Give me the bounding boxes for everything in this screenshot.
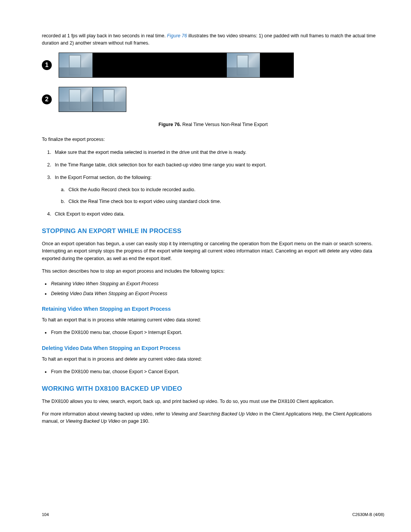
frame-cell	[92, 53, 126, 77]
frame-cell	[193, 53, 226, 77]
video-frame-image	[59, 53, 92, 77]
frame-strip-1	[59, 53, 294, 78]
retain-p: To halt an export that is in process whi…	[42, 316, 384, 324]
figure-link[interactable]: Figure 76	[167, 33, 187, 38]
finalize-steps: Make sure that the export media selected…	[53, 149, 384, 218]
caption-label: Figure 76.	[159, 122, 181, 127]
page-footer: 104 C2630M-B (4/08)	[42, 512, 384, 517]
video-frame-image	[227, 53, 260, 77]
working-p2-i2: Viewing Backed Up Video	[66, 419, 120, 424]
frame-cell	[226, 53, 260, 77]
frame-cell	[59, 87, 92, 112]
heading-retain: Retaining Video When Stopping an Export …	[42, 306, 384, 312]
manual-page: recorded at 1 fps will play back in two …	[0, 0, 411, 532]
delete-bullet: From the DX8100 menu bar, choose Export …	[50, 368, 384, 375]
badge-1-icon: 1	[42, 60, 52, 70]
figure-caption: Figure 76. Real Time Versus Non-Real Tim…	[42, 121, 384, 128]
heading-working: WORKING WITH DX8100 BACKED UP VIDEO	[42, 385, 384, 393]
working-p2: For more information about viewing backe…	[42, 411, 384, 425]
step-3: In the Export Format section, do the fol…	[53, 174, 384, 205]
figure-row-2: 2	[42, 87, 384, 112]
topic-delete: Deleting Video Data When Stopping an Exp…	[50, 290, 384, 297]
step-3a: Click the Audio Record check box to incl…	[66, 186, 384, 193]
frame-cell	[260, 53, 293, 77]
retain-bullets: From the DX8100 menu bar, choose Export …	[50, 329, 384, 336]
retain-bullet: From the DX8100 menu bar, choose Export …	[50, 329, 384, 336]
intro-paragraph: recorded at 1 fps will play back in two …	[42, 32, 384, 47]
stopping-topics: Retaining Video When Stopping an Export …	[50, 280, 384, 297]
intro-pre: recorded at 1 fps will play back in two …	[42, 33, 167, 38]
delete-p: To halt an export that is in process and…	[42, 356, 384, 363]
working-p2-pre: For more information about viewing backe…	[42, 411, 171, 417]
frame-strip-2	[59, 87, 126, 112]
heading-delete: Deleting Video Data When Stopping an Exp…	[42, 345, 384, 351]
frame-cell	[159, 53, 193, 77]
heading-stopping: STOPPING AN EXPORT WHILE IN PROCESS	[42, 227, 384, 235]
working-p2-i1: Viewing and Searching Backed Up Video	[171, 411, 258, 417]
finalize-lead: To finalize the export process:	[42, 136, 384, 143]
doc-id: C2630M-B (4/08)	[352, 512, 384, 517]
step-3-substeps: Click the Audio Record check box to incl…	[66, 186, 384, 206]
stopping-p1: Once an export operation has begun, a us…	[42, 240, 384, 262]
frame-cell	[59, 53, 92, 77]
topic-retain: Retaining Video When Stopping an Export …	[50, 280, 384, 288]
working-p2-post: on page 190.	[120, 419, 149, 424]
step-2: In the Time Range table, click selection…	[53, 161, 384, 169]
stopping-p2: This section describes how to stop an ex…	[42, 268, 384, 275]
step-4: Click Export to export video data.	[53, 211, 384, 218]
caption-text: Real Time Versus Non-Real Time Export	[181, 122, 268, 127]
video-frame-image	[93, 87, 126, 112]
frame-cell	[126, 53, 159, 77]
step-1: Make sure that the export media selected…	[53, 149, 384, 156]
figure-row-1: 1	[42, 53, 384, 78]
step-3b: Click the Real Time check box to export …	[66, 198, 384, 205]
page-number: 104	[42, 512, 49, 517]
delete-bullets: From the DX8100 menu bar, choose Export …	[50, 368, 384, 375]
frame-cell	[92, 87, 126, 112]
video-frame-image	[59, 87, 92, 112]
step-3-text: In the Export Format section, do the fol…	[55, 175, 151, 180]
working-p1: The DX8100 allows you to view, search, e…	[42, 398, 384, 405]
badge-2-icon: 2	[42, 94, 52, 104]
